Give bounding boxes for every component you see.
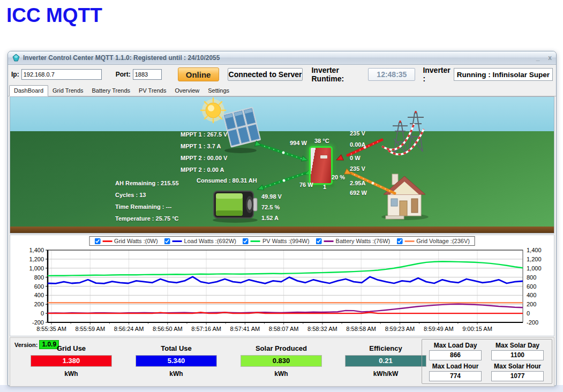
- legend-checkbox-pv-watts[interactable]: [243, 238, 249, 244]
- legend-label-battery-watts: Battery Watts :(76W): [336, 238, 391, 244]
- inverter-icon: [309, 146, 333, 185]
- toolbar: Ip: Port: Online Connected to Server Inv…: [8, 65, 556, 84]
- svg-text:8:55:35 AM: 8:55:35 AM: [36, 326, 66, 332]
- legend-checkbox-grid-watts[interactable]: [94, 238, 100, 244]
- max-solar-hour: Max Solar Hour 1077: [485, 363, 550, 381]
- grid-voltage-label: 235 V: [350, 130, 365, 137]
- mppt2-current: MPPT 2 : 0.00 A: [181, 167, 224, 173]
- svg-text:1,200: 1,200: [29, 256, 44, 262]
- consumed-label: Consumed : 80.31 AH: [197, 177, 257, 184]
- battery-icon: [213, 191, 258, 223]
- temperature-label: Temperature : 25.75 °C: [115, 215, 179, 222]
- svg-text:800: 800: [527, 274, 536, 281]
- ip-input[interactable]: [21, 69, 102, 80]
- pylon-icon: [393, 111, 424, 154]
- svg-text:8:59:49 AM: 8:59:49 AM: [424, 326, 454, 332]
- ah-remaining-label: AH Remaining : 215.55: [115, 180, 179, 186]
- mppt2-voltage: MPPT 2 : 00.00 V: [181, 155, 227, 161]
- legend-item-pv-watts: PV Watts :(994W): [243, 238, 310, 244]
- inverter-mode-label: 1: [323, 184, 326, 190]
- legend-label-pv-watts: PV Watts :(994W): [262, 238, 310, 244]
- battery-flow-arrow: [257, 170, 311, 192]
- legend-checkbox-grid-voltage[interactable]: [396, 238, 402, 244]
- svg-text:8:57:16 AM: 8:57:16 AM: [191, 326, 221, 332]
- stat-grid-use-value: 1.380: [31, 355, 112, 367]
- runtime-label: Inverter Runtime:: [311, 66, 363, 83]
- svg-text:-200: -200: [527, 319, 538, 326]
- svg-text:600: 600: [34, 283, 44, 290]
- page-title: ICC MQTT: [6, 4, 102, 27]
- svg-text:200: 200: [34, 301, 44, 307]
- grid-amps-label: 0.00A: [350, 141, 365, 148]
- battery-watts-label: 76 W: [299, 182, 313, 188]
- legend-label-grid-watts: Grid Watts :(0W): [114, 238, 157, 244]
- load-watts-label: 692 W: [350, 190, 367, 196]
- svg-text:8:55:59 AM: 8:55:59 AM: [75, 326, 105, 332]
- app-window: Inverter Control Center MQTT 1.1.0: Regi…: [7, 51, 557, 386]
- legend-item-load-watts: Load Watts :(692W): [164, 238, 236, 244]
- ip-label: Ip:: [11, 71, 19, 78]
- app-icon: [12, 54, 20, 62]
- svg-text:8:57:41 AM: 8:57:41 AM: [230, 326, 260, 332]
- stat-grid-use-label: Grid Use: [26, 344, 117, 352]
- legend-swatch-grid-voltage: [404, 240, 414, 242]
- max-solar-hour-label: Max Solar Hour: [485, 363, 550, 370]
- stat-total-use-label: Total Use: [131, 344, 222, 352]
- tab-dashboard[interactable]: DashBoard: [9, 85, 48, 96]
- scene-art: [10, 97, 554, 233]
- trend-chart-panel: Grid Watts :(0W) Load Watts :(692W) PV W…: [10, 235, 554, 336]
- svg-text:0: 0: [41, 310, 44, 316]
- inverter-soc-label: 20 %: [332, 174, 345, 180]
- legend-item-grid-voltage: Grid Voltage :(236V): [396, 238, 470, 244]
- inverter-status: Running : Infinisolar Super: [454, 68, 553, 81]
- legend-item-battery-watts: Battery Watts :(76W): [316, 238, 391, 244]
- svg-text:1,400: 1,400: [29, 247, 44, 253]
- tab-pv-trends[interactable]: PV Trends: [134, 86, 170, 96]
- stat-efficiency-unit: kWh/kW: [340, 370, 431, 378]
- inverter-label: Inverter :: [423, 66, 450, 83]
- svg-text:200: 200: [527, 301, 536, 307]
- legend-checkbox-load-watts[interactable]: [164, 238, 170, 244]
- port-label: Port:: [116, 71, 131, 78]
- max-load-day: Max Load Day 866: [423, 342, 487, 360]
- legend-checkbox-battery-watts[interactable]: [316, 238, 322, 244]
- stat-solar-produced-unit: kWh: [236, 370, 327, 378]
- max-load-hour-value: 774: [429, 371, 482, 381]
- tab-settings[interactable]: Settings: [204, 86, 234, 96]
- svg-text:800: 800: [34, 274, 44, 281]
- window-titlebar[interactable]: Inverter Control Center MQTT 1.1.0: Regi…: [8, 51, 556, 65]
- svg-text:8:58:07 AM: 8:58:07 AM: [269, 326, 299, 332]
- max-solar-hour-value: 1077: [491, 371, 544, 381]
- svg-text:400: 400: [34, 292, 44, 298]
- svg-text:8:56:50 AM: 8:56:50 AM: [153, 326, 183, 332]
- battery-voltage-label: 49.98 V: [261, 193, 282, 200]
- svg-text:1,400: 1,400: [527, 247, 542, 253]
- max-load-hour: Max Load Hour 774: [423, 363, 487, 381]
- server-status: Connected to Server: [228, 68, 303, 81]
- stat-efficiency-label: Efficiency: [340, 344, 431, 352]
- window-title: Inverter Control Center MQTT 1.1.0: Regi…: [23, 54, 220, 62]
- trend-chart: 8:55:35 AM8:55:59 AM8:56:24 AM8:56:50 AM…: [10, 246, 554, 335]
- tab-battery-trends[interactable]: Battery Trends: [88, 86, 135, 96]
- max-load-hour-label: Max Load Hour: [423, 363, 487, 370]
- minimize-button[interactable]: _: [536, 55, 540, 61]
- port-input[interactable]: [133, 69, 162, 80]
- close-button[interactable]: x: [548, 55, 552, 61]
- stat-solar-produced-value: 0.830: [241, 355, 322, 367]
- svg-text:8:56:24 AM: 8:56:24 AM: [114, 326, 144, 332]
- grid-watts-label: 0 W: [350, 155, 361, 161]
- legend-item-grid-watts: Grid Watts :(0W): [94, 238, 157, 244]
- battery-soc-label: 72.5 %: [261, 204, 280, 210]
- tab-grid-trends[interactable]: Grid Trends: [48, 86, 87, 96]
- tab-overview[interactable]: Overview: [170, 86, 204, 96]
- battery-amps-label: 1.52 A: [261, 215, 279, 221]
- legend-label-load-watts: Load Watts :(692W): [184, 238, 236, 244]
- svg-text:8:59:23 AM: 8:59:23 AM: [385, 326, 415, 332]
- stat-efficiency: Efficiency 0.21 kWh/kW: [340, 344, 431, 378]
- house-icon: [381, 174, 429, 220]
- stat-grid-use-unit: kWh: [26, 370, 117, 378]
- inverter-temp-label: 38 °C: [314, 138, 329, 144]
- legend-label-grid-voltage: Grid Voltage :(236V): [416, 238, 470, 244]
- online-button[interactable]: Online: [178, 67, 219, 81]
- max-load-day-value: 866: [429, 350, 482, 360]
